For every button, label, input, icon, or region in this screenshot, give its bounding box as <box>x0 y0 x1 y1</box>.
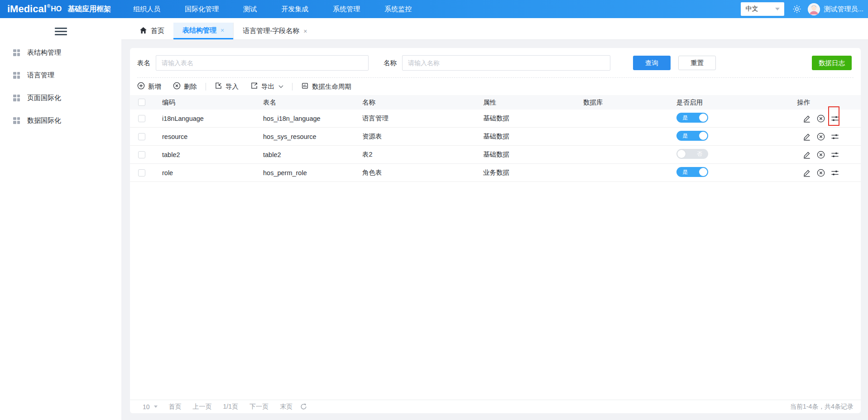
import-button[interactable]: 导入 <box>215 82 239 91</box>
toggle-label: 否 <box>697 149 702 159</box>
enabled-toggle[interactable]: 是 <box>676 167 708 177</box>
cell-table-name: hos_perm_role <box>263 169 362 177</box>
row-operations <box>797 114 861 123</box>
sidebar-collapse-icon[interactable] <box>55 28 67 35</box>
tab-close-icon[interactable]: × <box>303 28 307 35</box>
sidebar-item-label: 语言管理 <box>27 71 54 80</box>
select-all-checkbox[interactable] <box>138 99 145 106</box>
search-button[interactable]: 查询 <box>633 56 671 70</box>
cell-table-name: hos_i18n_language <box>263 115 362 122</box>
page-size-select[interactable]: 10 <box>143 403 158 410</box>
delete-row-button[interactable] <box>816 168 825 177</box>
language-select[interactable]: 中文 <box>741 2 784 16</box>
cell-attribute: 基础数据 <box>483 132 583 141</box>
tab-label: 表结构管理 <box>182 26 216 35</box>
divider <box>292 83 293 91</box>
tab-2[interactable]: 表结构管理× <box>173 23 233 39</box>
sidebar-item-4[interactable]: 数据国际化 <box>0 109 121 132</box>
cell-table-name: table2 <box>263 151 362 158</box>
divider <box>206 83 206 91</box>
refresh-icon[interactable] <box>300 403 307 410</box>
table-name-input[interactable] <box>156 55 369 71</box>
tab-bar: 首页表结构管理×语言管理-字段名称× <box>121 18 868 40</box>
sidebar-item-2[interactable]: 语言管理 <box>0 64 121 86</box>
sidebar-item-label: 表结构管理 <box>27 48 61 57</box>
prev-page-button[interactable]: 上一页 <box>193 403 212 411</box>
add-label: 新增 <box>148 82 161 91</box>
edit-row-button[interactable] <box>802 132 811 141</box>
row-checkbox[interactable] <box>138 133 145 140</box>
settings-row-button[interactable] <box>830 150 839 159</box>
settings-row-button[interactable] <box>830 114 839 123</box>
sidebar-item-3[interactable]: 页面国际化 <box>0 86 121 109</box>
tab-3[interactable]: 语言管理-字段名称× <box>233 23 316 39</box>
export-button[interactable]: 导出 <box>250 82 283 91</box>
enabled-toggle[interactable]: 是 <box>676 131 708 141</box>
cell-code: table2 <box>162 151 263 158</box>
tab-label: 语言管理-字段名称 <box>243 27 299 35</box>
topbar-right: 中文 测试管理员... <box>741 2 863 16</box>
data-log-button[interactable]: 数据日志 <box>812 56 852 70</box>
page-size-value: 10 <box>143 403 150 410</box>
next-page-button[interactable]: 下一页 <box>249 403 269 411</box>
settings-row-button[interactable] <box>830 168 839 177</box>
toggle-cell: 是 <box>676 131 797 142</box>
toggle-knob <box>699 132 707 140</box>
enabled-toggle[interactable]: 否 <box>676 149 708 159</box>
last-page-button[interactable]: 末页 <box>280 403 293 411</box>
grid-menu-icon <box>13 72 20 79</box>
delete-row-button[interactable] <box>816 114 825 123</box>
row-checkbox[interactable] <box>138 151 145 158</box>
sidebar: 表结构管理语言管理页面国际化数据国际化 <box>0 18 121 420</box>
user-avatar[interactable] <box>808 3 820 15</box>
reset-button[interactable]: 重置 <box>678 56 716 70</box>
export-label: 导出 <box>261 82 274 91</box>
toggle-knob <box>699 168 707 176</box>
sidebar-item-1[interactable]: 表结构管理 <box>0 41 121 64</box>
settings-row-button[interactable] <box>830 132 839 141</box>
home-icon <box>140 27 147 35</box>
edit-row-button[interactable] <box>802 168 811 177</box>
chevron-down-icon <box>775 8 780 10</box>
language-select-value: 中文 <box>745 5 758 13</box>
delete-row-button[interactable] <box>816 150 825 159</box>
edit-row-button[interactable] <box>802 114 811 123</box>
table-header-row: 编码表名名称属性数据库是否启用操作 <box>130 95 861 110</box>
logo-suffix: HO <box>51 0 62 18</box>
nav-item-2[interactable]: 国际化管理 <box>173 0 231 18</box>
nav-item-6[interactable]: 系统监控 <box>372 0 424 18</box>
cell-code: role <box>162 169 263 177</box>
nav-item-3[interactable]: 测试 <box>231 0 269 18</box>
export-icon <box>250 82 258 91</box>
current-page-indicator: 1/1页 <box>223 403 238 411</box>
table-body: i18nLanguagehos_i18n_language语言管理基础数据是re… <box>130 110 861 182</box>
toggle-label: 是 <box>682 167 688 177</box>
table-row: table2table2表2基础数据否 <box>130 146 861 164</box>
grid-menu-icon <box>13 117 20 124</box>
nav-item-1[interactable]: 组织人员 <box>121 0 173 18</box>
settings-gear-icon[interactable] <box>792 5 801 14</box>
table-toolbar: 新增 删除 导入 导出 <box>130 78 861 95</box>
user-name[interactable]: 测试管理员... <box>824 5 863 14</box>
tab-1[interactable]: 首页 <box>131 23 173 39</box>
enabled-toggle[interactable]: 是 <box>676 113 708 123</box>
column-header-1: 编码 <box>162 98 263 107</box>
first-page-button[interactable]: 首页 <box>169 403 182 411</box>
row-checkbox[interactable] <box>138 115 145 122</box>
row-checkbox[interactable] <box>138 169 145 177</box>
nav-item-4[interactable]: 开发集成 <box>269 0 321 18</box>
content-card: 表名 名称 查询 重置 数据日志 新增 删除 导入 <box>130 48 861 413</box>
delete-row-button[interactable] <box>816 132 825 141</box>
cell-attribute: 基础数据 <box>483 150 583 159</box>
edit-row-button[interactable] <box>802 150 811 159</box>
tab-close-icon[interactable]: × <box>221 27 224 34</box>
cell-name: 角色表 <box>362 168 483 177</box>
nav-item-5[interactable]: 系统管理 <box>321 0 372 18</box>
sidebar-item-label: 页面国际化 <box>27 94 61 102</box>
add-button[interactable]: 新增 <box>137 82 161 91</box>
chevron-down-icon <box>154 406 158 408</box>
delete-button[interactable]: 删除 <box>173 82 197 91</box>
toggle-label: 是 <box>682 131 688 141</box>
name-input[interactable] <box>402 55 610 71</box>
data-lifecycle-button[interactable]: 数据生命周期 <box>301 82 351 91</box>
